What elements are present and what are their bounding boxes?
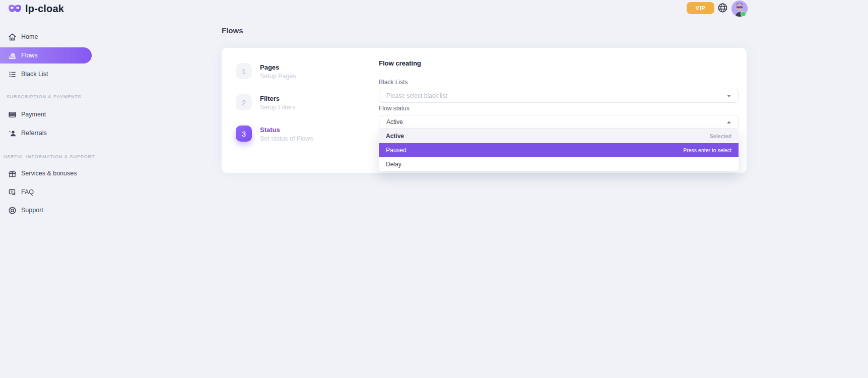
credit-card-icon [8,110,17,119]
referral-user-icon [8,129,17,138]
sidebar-item-flows[interactable]: Flows [0,47,92,64]
section-label: SUBSCRIPTION & PAYMENTS [7,94,82,99]
svg-text:?!: ?! [11,190,14,193]
sidebar-section-payments: SUBSCRIPTION & PAYMENTS [0,94,92,100]
divider [0,97,3,97]
option-active[interactable]: Active Selected [379,129,739,143]
step-subtitle: Set status of Flows [260,135,313,142]
option-label: Paused [386,147,407,154]
sidebar-item-black-list[interactable]: Black List [0,67,92,81]
flow-status-dropdown: Active Selected Paused Press enter to se… [379,129,739,171]
sidebar-item-label: Flows [21,52,38,59]
form-title: Flow creating [379,59,421,67]
sidebar-section-support: USEFUL INFORMATION & SUPPORT [0,154,92,160]
option-delay[interactable]: Delay [379,157,739,171]
flows-icon [8,51,17,60]
online-status-dot [741,11,746,17]
sidebar-item-home[interactable]: Home [0,30,92,44]
black-lists-select[interactable]: Please select black list [379,89,739,103]
chevron-up-icon [727,121,731,123]
sidebar-item-faq[interactable]: ?! FAQ [0,185,92,199]
sidebar-item-label: Home [21,33,38,40]
option-meta: Selected [710,133,731,139]
faq-bubble-icon: ?! [8,188,17,197]
black-lists-label: Black Lists [379,79,408,86]
lifebuoy-icon [8,206,17,215]
black-list-icon [8,70,17,79]
step-subtitle: Setup Filters [260,104,295,111]
divider [85,97,92,97]
flow-status-select[interactable]: Active [379,115,739,129]
sidebar-item-payment[interactable]: Payment [0,107,92,121]
step-title: Status [260,125,313,134]
step-pages[interactable]: 1 Pages Setup Pages [236,63,296,80]
home-icon [8,33,17,41]
sidebar-item-support[interactable]: Support [0,203,92,217]
step-filters[interactable]: 2 Filters Setup Filters [236,94,295,111]
option-label: Active [386,133,404,140]
step-subtitle: Setup Pages [260,73,296,80]
brand-name: lp-cloak [25,3,64,15]
option-paused[interactable]: Paused Press enter to select [379,143,739,157]
vip-badge[interactable]: VIP [687,2,714,14]
step-number-badge: 3 [236,125,252,142]
option-label: Delay [386,161,402,168]
step-status[interactable]: 3 Status Set status of Flows [236,125,313,142]
sidebar-item-services[interactable]: Services & bonuses [0,166,92,180]
step-number-badge: 1 [236,63,252,79]
divider [364,48,364,173]
gift-icon [8,169,17,178]
sidebar-item-label: Services & bonuses [21,170,77,177]
step-title: Filters [260,94,295,102]
sidebar-item-label: FAQ [21,188,34,196]
sidebar-item-label: Referrals [21,130,47,137]
brand-logo[interactable]: lp-cloak [8,3,64,15]
step-title: Pages [260,63,296,71]
section-label: USEFUL INFORMATION & SUPPORT [4,154,95,159]
black-lists-placeholder: Please select black list [386,92,447,99]
globe-icon[interactable] [717,3,728,13]
sidebar-item-label: Black List [21,71,48,78]
flow-status-label: Flow status [379,105,410,112]
flow-wizard-card: 1 Pages Setup Pages 2 Filters Setup Filt… [222,48,747,173]
page-title: Flows [222,26,243,35]
app-root: lp-cloak VIP Home [0,0,868,378]
sidebar-item-label: Payment [21,111,46,118]
step-number-badge: 2 [236,94,252,110]
mask-logo-icon [8,4,22,14]
option-meta: Press enter to select [683,147,731,153]
sidebar-item-referrals[interactable]: Referrals [0,126,92,140]
sidebar-item-label: Support [21,207,43,214]
flow-status-value: Active [386,118,403,125]
chevron-down-icon [727,95,731,97]
